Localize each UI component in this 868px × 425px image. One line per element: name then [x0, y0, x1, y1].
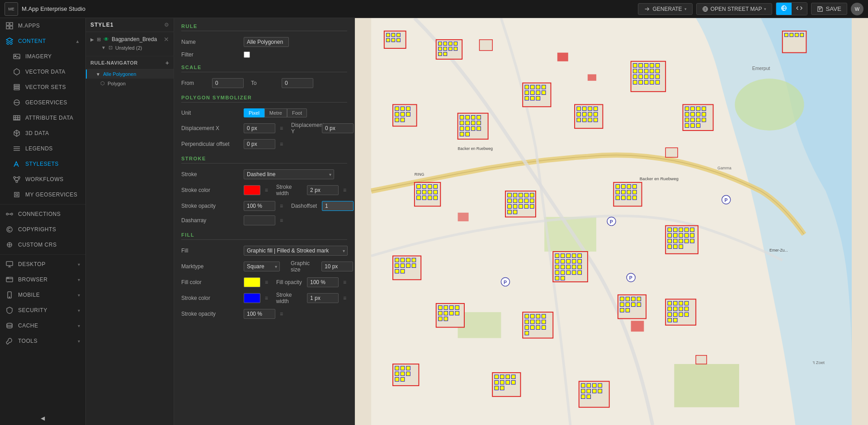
svg-rect-199: [566, 265, 571, 269]
stroke-width-reset-icon[interactable]: ≡: [342, 186, 347, 194]
scale-to-input[interactable]: [282, 78, 313, 88]
stroke-type-row: Stroke Dashed line: [174, 167, 354, 182]
svg-rect-78: [525, 85, 529, 89]
sidebar-item-my-geoservices[interactable]: MY GEOSERVICES: [0, 187, 85, 202]
rule-name-input[interactable]: [244, 37, 289, 47]
svg-rect-326: [631, 321, 644, 332]
save-button[interactable]: SAVE: [811, 3, 847, 15]
sidebar-item-vector-sets[interactable]: VECTOR SETS: [0, 79, 85, 95]
sidebar-item-m-apps[interactable]: M.APPS: [0, 18, 85, 33]
svg-rect-123: [582, 118, 586, 122]
fill-stroke-color-reset-icon[interactable]: ≡: [264, 294, 269, 302]
dasharray-reset-icon[interactable]: ≡: [279, 216, 284, 224]
svg-rect-160: [530, 193, 534, 197]
code-view-button[interactable]: [792, 3, 807, 15]
svg-rect-257: [536, 320, 540, 324]
unit-metre-button[interactable]: Metre: [264, 108, 287, 117]
sidebar-item-copyrights[interactable]: COPYRIGHTS: [0, 222, 85, 237]
filter-checkbox[interactable]: [244, 51, 250, 58]
rule-nav-item-polygonen[interactable]: ▼ Alle Polygonen: [86, 70, 174, 79]
open-street-map-button[interactable]: OPEN STREET MAP ▾: [696, 3, 773, 15]
sidebar-item-connections[interactable]: CONNECTIONS: [0, 206, 85, 222]
user-avatar[interactable]: W: [851, 3, 863, 15]
stroke-color-reset-icon[interactable]: ≡: [264, 186, 269, 194]
svg-rect-109: [471, 126, 475, 131]
graphic-size-input[interactable]: [321, 262, 353, 271]
rule-nav-child-polygon[interactable]: ⬡ Polygon: [86, 79, 174, 88]
stroke-width-input[interactable]: [307, 185, 339, 195]
sidebar-item-3d-data[interactable]: 3D DATA: [0, 126, 85, 141]
svg-rect-185: [632, 196, 637, 200]
dasharray-row: Dasharray ≡: [174, 213, 354, 228]
sidebar-item-mobile[interactable]: MOBILE ▾: [0, 287, 85, 303]
svg-rect-95: [406, 112, 410, 117]
svg-rect-42: [443, 42, 447, 46]
sidebar-item-vector-data[interactable]: VECTOR DATA: [0, 64, 85, 79]
layer-visibility-icon[interactable]: 👁: [104, 36, 109, 42]
layer-close-icon[interactable]: ✕: [164, 36, 169, 43]
sidebar-item-stylesets[interactable]: STYLESETS: [0, 156, 85, 172]
rule-add-icon[interactable]: +: [165, 59, 169, 66]
svg-rect-253: [536, 314, 540, 318]
svg-rect-240: [439, 306, 443, 310]
layer-expand-icon[interactable]: ▶: [90, 37, 94, 42]
sidebar-item-imagery[interactable]: IMAGERY: [0, 49, 85, 64]
fill-color-reset-icon[interactable]: ≡: [264, 278, 269, 286]
layer-child-group[interactable]: ▼ ⊡ Unstyled (2): [90, 43, 169, 52]
fill-stroke-width-input[interactable]: [307, 293, 339, 303]
sidebar-item-cache[interactable]: CACHE ▾: [0, 318, 85, 333]
marktype-select[interactable]: Square Circle Cross X: [244, 262, 280, 271]
svg-rect-322: [557, 53, 568, 61]
sidebar: M.APPS CONTENT ▲ IMAGERY VECTOR DATA: [0, 18, 86, 425]
fill-opacity-reset-icon[interactable]: ≡: [342, 278, 347, 286]
sidebar-item-tools[interactable]: TOOLS ▾: [0, 333, 85, 349]
svg-rect-10: [14, 87, 19, 88]
perp-offset-input[interactable]: [244, 139, 275, 149]
svg-rect-143: [417, 185, 421, 189]
sidebar-item-content[interactable]: CONTENT ▲: [0, 33, 85, 49]
sidebar-item-security[interactable]: SECURITY ▾: [0, 303, 85, 318]
svg-rect-114: [577, 107, 581, 111]
unit-pixel-button[interactable]: Pixel: [244, 108, 264, 117]
svg-rect-156: [508, 193, 512, 197]
fill-opacity-input[interactable]: [307, 277, 339, 287]
svg-rect-34: [387, 33, 390, 37]
svg-rect-276: [668, 301, 672, 305]
svg-rect-144: [422, 185, 426, 189]
sidebar-item-custom-crs[interactable]: CUSTOM CRS: [0, 237, 85, 252]
stroke-color-swatch[interactable]: [244, 185, 260, 195]
sidebar-item-legends[interactable]: LEGENDS: [0, 141, 85, 156]
sidebar-collapse-button[interactable]: ◀: [0, 411, 85, 425]
scale-from-input[interactable]: [212, 78, 244, 88]
svg-rect-191: [578, 254, 582, 258]
displacement-x-input[interactable]: [244, 123, 275, 133]
dashoffset-input[interactable]: [322, 201, 354, 211]
filter-icon[interactable]: ⚙: [164, 22, 169, 28]
sidebar-item-workflows[interactable]: WORKFLOWS: [0, 172, 85, 187]
displacement-y-input[interactable]: [322, 123, 354, 133]
stroke-opacity-input[interactable]: [244, 201, 275, 211]
svg-rect-273: [620, 308, 624, 312]
svg-rect-67: [633, 75, 637, 79]
unit-foot-button[interactable]: Foot: [287, 108, 307, 117]
svg-text:Backer en Ruebweg: Backer en Ruebweg: [640, 176, 679, 181]
stroke-opacity-reset-icon[interactable]: ≡: [279, 202, 284, 210]
sidebar-item-geoservices[interactable]: GEOSERVICES: [0, 95, 85, 110]
fill-stroke-color-swatch[interactable]: [244, 293, 260, 303]
displacement-x-reset-icon[interactable]: ≡: [279, 124, 284, 132]
fill-stroke-opacity-input[interactable]: [244, 309, 275, 319]
sidebar-item-browser[interactable]: BROWSER ▾: [0, 272, 85, 287]
fill-color-swatch[interactable]: [244, 277, 260, 287]
dasharray-input[interactable]: [244, 215, 275, 225]
sidebar-item-attribute-data[interactable]: ATTRIBUTE DATA: [0, 110, 85, 126]
map-view-button[interactable]: [776, 3, 792, 15]
map-area[interactable]: Emerput Backer en Ruebweg RING Backer en…: [355, 18, 868, 425]
fill-stroke-opacity-reset-icon[interactable]: ≡: [279, 310, 284, 318]
fill-stroke-width-reset-icon[interactable]: ≡: [342, 294, 347, 302]
perp-offset-reset-icon[interactable]: ≡: [279, 140, 284, 148]
sidebar-item-desktop[interactable]: DESKTOP ▾: [0, 257, 85, 272]
fill-type-select[interactable]: Graphic fill | Filled & Stroked mark: [244, 246, 348, 256]
generate-button[interactable]: GENERATE ▾: [638, 3, 692, 15]
svg-text:P: P: [629, 275, 632, 280]
stroke-type-select[interactable]: Dashed line: [244, 169, 334, 179]
